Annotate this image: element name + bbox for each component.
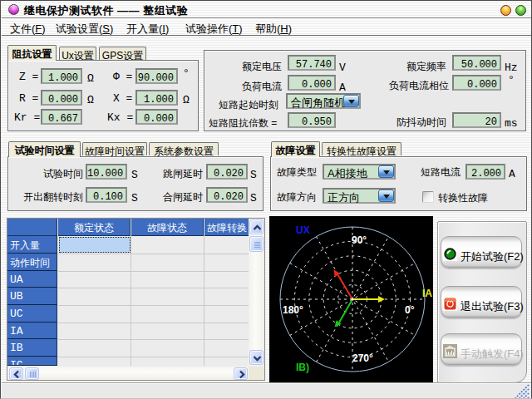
svg-text:270°: 270° — [352, 352, 373, 364]
svg-text:UX: UX — [296, 224, 310, 236]
svg-text:0°: 0° — [405, 304, 415, 316]
svg-text:IB): IB) — [296, 362, 309, 373]
svg-text:90°: 90° — [352, 234, 367, 246]
svg-text:180°: 180° — [283, 304, 303, 316]
svg-text:IA: IA — [422, 288, 432, 299]
